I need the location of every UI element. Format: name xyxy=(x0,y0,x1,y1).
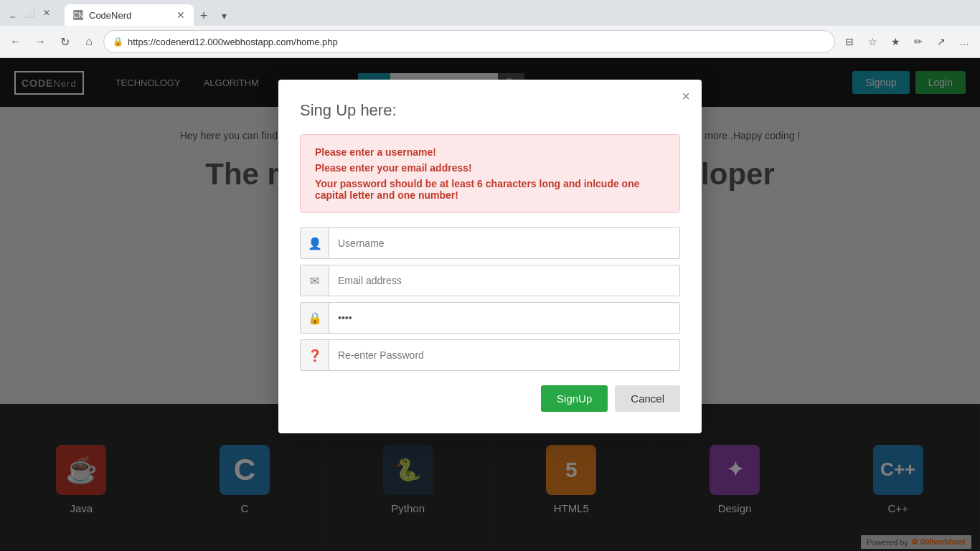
tab-close-btn[interactable]: ✕ xyxy=(176,9,185,21)
username-input[interactable] xyxy=(329,228,679,258)
browser-chrome: ⎯ ⬜ ✕ CN CodeNerd ✕ + ▾ ← → ↻ ⌂ 🔒 https:… xyxy=(0,0,980,58)
error-username: Please enter a username! xyxy=(315,146,665,158)
modal-overlay: × Sing Up here: Please enter a username!… xyxy=(0,58,980,551)
error-password: Your password should be at least 6 chara… xyxy=(315,178,665,201)
collections-icon[interactable]: ★ xyxy=(885,32,905,52)
url-bar[interactable]: 🔒 https://codenerd12.000webhostapp.com/h… xyxy=(103,30,835,53)
maximize-icon[interactable]: ⬜ xyxy=(23,6,36,19)
tab-title: CodeNerd xyxy=(89,10,131,21)
error-email: Please enter your email address! xyxy=(315,162,665,174)
window-controls[interactable]: ⎯ ⬜ ✕ xyxy=(6,6,53,19)
address-bar: ← → ↻ ⌂ 🔒 https://codenerd12.000webhosta… xyxy=(0,26,980,57)
modal-cancel-button[interactable]: Cancel xyxy=(615,385,680,412)
active-tab[interactable]: CN CodeNerd ✕ xyxy=(65,4,194,26)
pen-icon[interactable]: ✏ xyxy=(908,32,928,52)
minimize-icon[interactable]: ⎯ xyxy=(6,6,19,19)
modal-footer: SignUp Cancel xyxy=(300,385,680,412)
user-icon: 👤 xyxy=(301,228,329,258)
share-icon[interactable]: ↗ xyxy=(931,32,951,52)
repassword-group: ❓ xyxy=(300,339,680,371)
modal-title: Sing Up here: xyxy=(300,101,680,120)
lock-icon: 🔒 xyxy=(113,37,123,47)
forward-button[interactable]: → xyxy=(30,32,50,52)
back-button[interactable]: ← xyxy=(6,32,26,52)
modal-signup-button[interactable]: SignUp xyxy=(541,385,608,412)
page-content: CODENerd TECHNOLOGY ALGORITHM CONTACT Go… xyxy=(0,58,980,551)
email-group: ✉ xyxy=(300,265,680,296)
title-bar: ⎯ ⬜ ✕ CN CodeNerd ✕ + ▾ xyxy=(0,0,980,26)
question-icon: ❓ xyxy=(301,340,329,370)
email-icon: ✉ xyxy=(301,265,329,296)
sidebar-toggle-icon[interactable]: ⊟ xyxy=(839,32,859,52)
new-tab-button[interactable]: + xyxy=(194,6,214,26)
tab-bar: CN CodeNerd ✕ + ▾ xyxy=(59,0,240,26)
home-button[interactable]: ⌂ xyxy=(79,32,99,52)
close-icon[interactable]: ✕ xyxy=(40,6,53,19)
email-input[interactable] xyxy=(329,265,679,296)
lock-icon: 🔒 xyxy=(301,303,329,333)
tab-list-button[interactable]: ▾ xyxy=(214,6,234,26)
repassword-input[interactable] xyxy=(329,340,679,370)
password-input[interactable] xyxy=(329,303,679,333)
signup-modal: × Sing Up here: Please enter a username!… xyxy=(278,80,702,433)
menu-icon[interactable]: … xyxy=(954,32,974,52)
password-group: 🔒 xyxy=(300,302,680,334)
username-group: 👤 xyxy=(300,227,680,259)
modal-close-button[interactable]: × xyxy=(682,88,690,105)
toolbar-icons: ⊟ ☆ ★ ✏ ↗ … xyxy=(839,32,974,52)
error-box: Please enter a username! Please enter yo… xyxy=(300,134,680,213)
refresh-button[interactable]: ↻ xyxy=(55,32,75,52)
tab-favicon: CN xyxy=(73,10,83,20)
url-text: https://codenerd12.000webhostapp.com/hom… xyxy=(128,37,826,47)
bookmark-icon[interactable]: ☆ xyxy=(862,32,882,52)
